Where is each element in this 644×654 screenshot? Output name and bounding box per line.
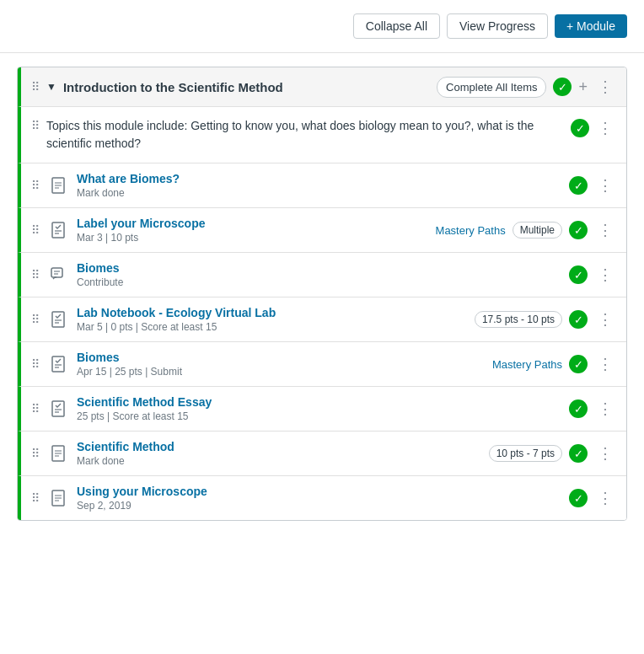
collapse-all-button[interactable]: Collapse All	[353, 13, 440, 39]
item-options-icon[interactable]: ⋮	[594, 398, 616, 420]
item-complete-icon: ✓	[569, 399, 588, 418]
item-meta: ✓ ⋮	[569, 398, 616, 420]
drag-handle-icon[interactable]: ⠿	[31, 313, 40, 326]
item-complete-icon: ✓	[569, 265, 588, 284]
pts-range-badge: 10 pts - 7 pts	[489, 445, 562, 462]
assignment-icon	[46, 308, 70, 331]
drag-handle-icon[interactable]: ⠿	[31, 402, 40, 415]
svg-rect-10	[52, 312, 64, 327]
drag-handle-icon[interactable]: ⠿	[31, 447, 40, 460]
list-item: ⠿ Biomes Contribute ✓ ⋮	[18, 252, 626, 297]
list-item: ⠿ Scientific Method Mark done 10 pts - 7…	[18, 431, 626, 475]
item-content: Biomes Apr 15 | 25 pts | Submit	[77, 351, 486, 378]
chevron-down-icon[interactable]: ▼	[46, 81, 56, 93]
item-options-icon[interactable]: ⋮	[594, 442, 616, 464]
item-title[interactable]: What are Biomes?	[77, 172, 562, 185]
module-options-icon[interactable]: ⋮	[594, 76, 616, 98]
mastery-paths-link[interactable]: Mastery Paths	[492, 358, 562, 371]
drag-handle-icon[interactable]: ⠿	[31, 268, 40, 281]
item-subtitle: 25 pts | Score at least 15	[77, 410, 562, 422]
item-title[interactable]: Scientific Method Essay	[77, 395, 562, 409]
item-content: Lab Notebook - Ecology Virtual Lab Mar 5…	[77, 306, 468, 333]
list-item: ⠿ What are Biomes? Mark done ✓ ⋮	[18, 163, 626, 207]
item-complete-icon: ✓	[569, 176, 588, 195]
item-title[interactable]: Lab Notebook - Ecology Virtual Lab	[77, 306, 468, 319]
drag-handle-icon[interactable]: ⠿	[31, 80, 40, 94]
item-meta: Mastery Paths ✓ ⋮	[492, 353, 616, 375]
item-options-icon[interactable]: ⋮	[594, 264, 616, 286]
item-content: What are Biomes? Mark done	[77, 172, 562, 199]
item-content: Scientific Method Essay 25 pts | Score a…	[77, 395, 562, 422]
add-item-icon[interactable]: +	[578, 78, 588, 96]
item-meta: ✓ ⋮	[569, 487, 616, 509]
item-options-icon[interactable]: ⋮	[594, 174, 616, 196]
svg-rect-7	[51, 268, 62, 277]
item-complete-icon: ✓	[571, 119, 589, 137]
doc-icon	[46, 174, 70, 197]
module-container: ⠿ ▼ Introduction to the Scientific Metho…	[17, 67, 627, 521]
drag-handle-icon[interactable]: ⠿	[31, 491, 40, 505]
add-module-button[interactable]: + Module	[555, 14, 627, 38]
item-title[interactable]: Label your Microscope	[77, 217, 429, 230]
svg-rect-16	[52, 401, 64, 416]
assignment-icon	[46, 352, 70, 376]
topic-item: ⠿ Topics this module include: Getting to…	[18, 106, 626, 163]
main-content: ⠿ ▼ Introduction to the Scientific Metho…	[0, 53, 644, 534]
top-toolbar: Collapse All View Progress + Module	[0, 0, 644, 53]
drag-handle-icon[interactable]: ⠿	[31, 179, 40, 192]
item-content: Scientific Method Mark done	[77, 440, 482, 467]
item-options-icon[interactable]: ⋮	[594, 308, 616, 330]
item-meta: 10 pts - 7 pts ✓ ⋮	[489, 442, 616, 464]
complete-all-button[interactable]: Complete All Items	[437, 77, 546, 98]
item-options-icon[interactable]: ⋮	[594, 487, 616, 509]
item-title[interactable]: Biomes	[77, 261, 562, 275]
list-item: ⠿ Label your Microscope Mar 3 | 10 pts M…	[18, 207, 626, 252]
item-subtitle: Apr 15 | 25 pts | Submit	[77, 366, 486, 378]
item-title[interactable]: Using your Microscope	[77, 485, 562, 498]
item-subtitle: Mar 3 | 10 pts	[77, 232, 429, 244]
list-item: ⠿ Biomes Apr 15 | 25 pts | Submit Master…	[18, 341, 626, 386]
topic-actions: ✓ ⋮	[571, 117, 616, 139]
item-complete-icon: ✓	[569, 355, 588, 373]
drag-handle-icon[interactable]: ⠿	[31, 223, 40, 237]
drag-handle-icon[interactable]: ⠿	[31, 119, 40, 132]
item-title[interactable]: Scientific Method	[77, 440, 482, 453]
item-subtitle: Mar 5 | 0 pts | Score at least 15	[77, 321, 468, 333]
item-content: Biomes Contribute	[77, 261, 562, 288]
topic-text: Topics this module include: Getting to k…	[46, 117, 564, 153]
assignment-icon	[46, 397, 70, 421]
view-progress-button[interactable]: View Progress	[447, 13, 548, 39]
item-subtitle: Mark done	[77, 455, 482, 467]
item-options-icon[interactable]: ⋮	[594, 219, 616, 241]
module-title: Introduction to the Scientific Method	[63, 80, 430, 94]
drag-handle-icon[interactable]: ⠿	[31, 357, 40, 371]
module-complete-check-icon: ✓	[553, 78, 572, 96]
item-subtitle: Mark done	[77, 187, 562, 199]
item-content: Using your Microscope Sep 2, 2019	[77, 485, 562, 512]
item-meta: ✓ ⋮	[569, 174, 616, 196]
item-meta: Mastery Paths Multiple ✓ ⋮	[436, 219, 616, 241]
pts-range-badge: 17.5 pts - 10 pts	[475, 311, 562, 328]
list-item: ⠿ Lab Notebook - Ecology Virtual Lab Mar…	[18, 297, 626, 341]
item-complete-icon: ✓	[569, 489, 588, 507]
list-item: ⠿ Scientific Method Essay 25 pts | Score…	[18, 386, 626, 431]
item-content: Label your Microscope Mar 3 | 10 pts	[77, 217, 429, 244]
item-options-icon[interactable]: ⋮	[594, 353, 616, 375]
svg-rect-4	[52, 222, 64, 238]
discussion-icon	[46, 263, 70, 287]
mastery-paths-link[interactable]: Mastery Paths	[436, 224, 506, 237]
item-options-icon[interactable]: ⋮	[594, 117, 616, 139]
multiple-badge: Multiple	[513, 222, 562, 239]
doc-icon	[46, 486, 70, 510]
list-item: ⠿ Using your Microscope Sep 2, 2019 ✓ ⋮	[18, 475, 626, 520]
item-subtitle: Contribute	[77, 276, 562, 288]
item-meta: 17.5 pts - 10 pts ✓ ⋮	[475, 308, 616, 330]
item-subtitle: Sep 2, 2019	[77, 500, 562, 512]
item-complete-icon: ✓	[569, 444, 588, 463]
doc-icon	[46, 442, 70, 465]
assignment-icon	[46, 218, 70, 242]
item-complete-icon: ✓	[569, 221, 588, 239]
item-title[interactable]: Biomes	[77, 351, 486, 364]
item-meta: ✓ ⋮	[569, 264, 616, 286]
item-complete-icon: ✓	[569, 310, 588, 329]
